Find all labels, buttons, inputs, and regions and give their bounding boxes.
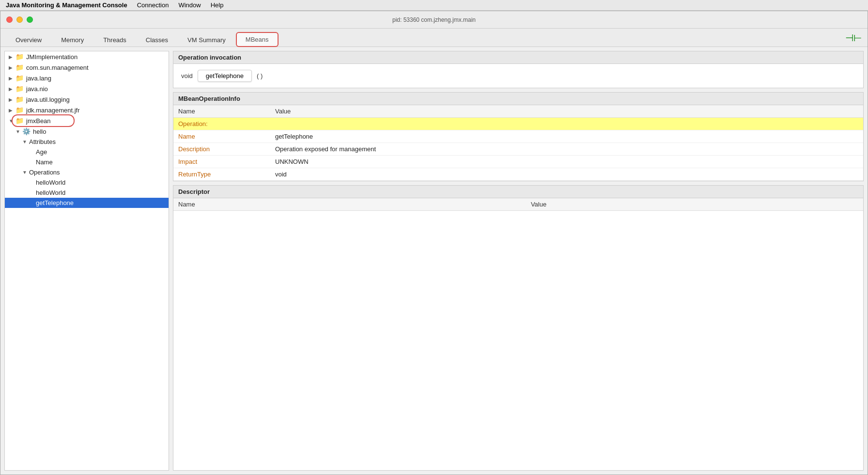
tree-item-jmimplementation[interactable]: ▶ 📁 JMImplementation [5,51,169,62]
row-returntype-label: ReturnType [173,168,270,181]
tree-label-jdk-management-jfr: jdk.management.jfr [26,107,80,114]
chevron-operations: ▼ [22,170,29,175]
tab-overview[interactable]: Overview [6,33,51,47]
tree-item-java-nio[interactable]: ▶ 📁 java.nio [5,83,169,94]
app-menu[interactable]: Java Monitoring & Management Console [6,1,127,9]
descriptor-table: Name Value [173,198,863,211]
maximize-button[interactable] [27,16,33,23]
tree-item-java-util-logging[interactable]: ▶ 📁 java.util.logging [5,94,169,105]
col-value-header: Value [270,105,863,118]
close-button[interactable] [6,16,13,23]
operation-invocation-header: Operation invocation [173,51,863,64]
chevron-jdk-management-jfr: ▶ [9,108,16,113]
tree-item-attributes[interactable]: ▼ Attributes [5,137,169,147]
row-description-value: Operation exposed for management [270,143,863,156]
folder-icon-java-lang: 📁 [16,74,24,82]
minimize-button[interactable] [16,16,23,23]
window-title: pid: 53360 com.jzheng.jmx.main [392,16,476,23]
tree-label-age: Age [36,148,47,156]
row-returntype-value: void [270,168,863,181]
operation-invocation-section: Operation invocation void getTelephone (… [173,51,864,88]
chevron-attributes: ▼ [22,139,29,144]
row-description-label: Description [173,143,270,156]
tree-item-jdk-management-jfr[interactable]: ▶ 📁 jdk.management.jfr [5,105,169,115]
tree-item-hello[interactable]: ▼ ⚙️ hello [5,126,169,137]
row-name-value: getTelephone [270,130,863,143]
descriptor-col-value-header: Value [526,198,863,211]
window-menu[interactable]: Window [178,1,201,9]
tab-memory[interactable]: Memory [52,33,93,47]
op-name-button[interactable]: getTelephone [198,70,252,82]
row-impact-label: Impact [173,156,270,168]
chevron-java-util-logging: ▶ [9,97,16,102]
content-area: ▶ 📁 JMImplementation ▶ 📁 com.sun.managem… [0,47,868,475]
tree-item-name[interactable]: Name [5,157,169,167]
op-parens-label: ( ) [257,72,263,79]
tab-bar: Overview Memory Threads Classes VM Summa… [0,29,868,47]
connection-icon: ⊣⊢ [845,32,862,47]
op-type-label: void [181,72,193,79]
descriptor-header: Descriptor [173,186,863,198]
descriptor-section: Descriptor Name Value [173,185,864,471]
tree-label-gettelephone: getTelephone [36,199,74,206]
tree-label-com-sun-management: com.sun.management [26,64,89,71]
table-row-name: Name getTelephone [173,130,863,143]
chevron-java-nio: ▶ [9,86,16,92]
table-row-returntype: ReturnType void [173,168,863,181]
traffic-lights [6,16,33,23]
col-name-header: Name [173,105,270,118]
row-impact-value: UNKNOWN [270,156,863,168]
table-row-operation: Operation: [173,118,863,130]
tab-threads[interactable]: Threads [94,33,136,47]
tree-item-java-lang[interactable]: ▶ 📁 java.lang [5,73,169,83]
folder-icon-java-nio: 📁 [16,85,24,93]
descriptor-col-name-header: Name [173,198,526,211]
tree-item-helloworld1[interactable]: helloWorld [5,177,169,188]
chevron-java-lang: ▶ [9,76,16,81]
chevron-com-sun-management: ▶ [9,65,16,70]
tree-label-hello: hello [33,128,46,135]
help-menu[interactable]: Help [211,1,224,9]
row-name-label: Name [173,130,270,143]
right-panel: Operation invocation void getTelephone (… [173,51,864,471]
chevron-jmxbean: ▼ [9,118,16,124]
row-operation-value [270,118,863,130]
tree-label-java-nio: java.nio [26,85,48,93]
main-window: pid: 53360 com.jzheng.jmx.main Overview … [0,11,868,475]
gear-icon-hello: ⚙️ [22,127,31,135]
table-row-impact: Impact UNKNOWN [173,156,863,168]
folder-icon-com-sun-management: 📁 [16,63,24,71]
tree-label-operations: Operations [29,169,60,176]
tree-panel: ▶ 📁 JMImplementation ▶ 📁 com.sun.managem… [4,51,169,471]
folder-icon-jmxbean: 📁 [16,117,24,125]
op-invocation-content: void getTelephone ( ) [173,64,863,88]
row-operation-name: Operation: [173,118,270,130]
tree-label-helloworld1: helloWorld [36,179,65,186]
descriptor-table-wrap: Name Value [173,198,863,470]
chevron-hello: ▼ [16,129,22,134]
tab-mbeans[interactable]: MBeans [236,32,279,47]
tree-item-age[interactable]: Age [5,147,169,157]
tree-item-jmxbean[interactable]: ▼ 📁 jmxBean [5,115,169,126]
folder-icon-jmimplementation: 📁 [16,53,24,61]
tree-label-jmimplementation: JMImplementation [26,53,78,61]
tree-label-jmxbean: jmxBean [26,117,51,125]
tree-item-com-sun-management[interactable]: ▶ 📁 com.sun.management [5,62,169,73]
connection-menu[interactable]: Connection [137,1,169,9]
os-menu-bar: Java Monitoring & Management Console Con… [0,0,868,11]
table-row-description: Description Operation exposed for manage… [173,143,863,156]
tab-vm-summary[interactable]: VM Summary [178,33,235,47]
tree-item-gettelephone[interactable]: getTelephone [5,198,169,208]
tree-item-operations[interactable]: ▼ Operations [5,167,169,177]
chevron-jmimplementation: ▶ [9,54,16,60]
tree-label-helloworld2: helloWorld [36,189,65,196]
tree-item-helloworld2[interactable]: helloWorld [5,188,169,198]
mbean-operation-info-section: MBeanOperationInfo Name Value Operation: [173,92,864,181]
tree-label-name: Name [36,158,53,166]
folder-icon-jdk-management-jfr: 📁 [16,106,24,114]
folder-icon-java-util-logging: 📁 [16,95,24,103]
tab-classes[interactable]: Classes [137,33,177,47]
window-title-bar: pid: 53360 com.jzheng.jmx.main [0,11,868,29]
mbean-operation-info-header: MBeanOperationInfo [173,93,863,105]
mbean-operation-info-table: Name Value Operation: Name getTelephone [173,105,863,181]
